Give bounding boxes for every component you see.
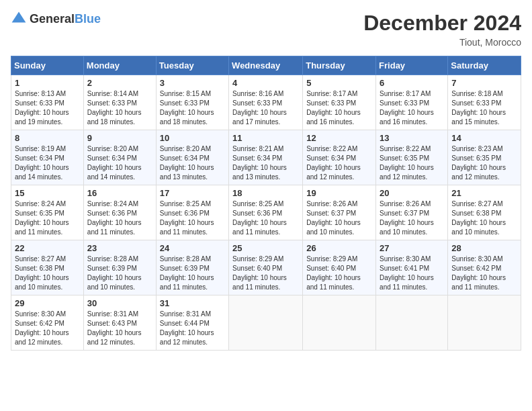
day-number: 17	[160, 188, 225, 198]
table-row: 8Sunrise: 8:19 AM Sunset: 6:34 PM Daylig…	[11, 130, 84, 185]
day-info: Sunrise: 8:26 AM Sunset: 6:37 PM Dayligh…	[306, 199, 372, 237]
table-row	[229, 295, 303, 351]
table-row: 29Sunrise: 8:30 AM Sunset: 6:42 PM Dayli…	[11, 295, 84, 351]
day-info: Sunrise: 8:19 AM Sunset: 6:34 PM Dayligh…	[15, 144, 80, 182]
calendar-body: 1Sunrise: 8:13 AM Sunset: 6:33 PM Daylig…	[11, 75, 521, 351]
table-row: 1Sunrise: 8:13 AM Sunset: 6:33 PM Daylig…	[11, 75, 84, 130]
day-info: Sunrise: 8:22 AM Sunset: 6:35 PM Dayligh…	[380, 144, 444, 182]
day-info: Sunrise: 8:30 AM Sunset: 6:41 PM Dayligh…	[380, 255, 444, 292]
day-number: 20	[380, 188, 444, 198]
day-info: Sunrise: 8:20 AM Sunset: 6:34 PM Dayligh…	[87, 144, 152, 182]
table-row: 13Sunrise: 8:22 AM Sunset: 6:35 PM Dayli…	[376, 130, 448, 185]
day-number: 25	[232, 243, 299, 253]
day-number: 26	[306, 243, 372, 253]
table-row: 27Sunrise: 8:30 AM Sunset: 6:41 PM Dayli…	[376, 240, 448, 295]
day-number: 27	[380, 243, 444, 253]
day-number: 31	[160, 298, 225, 308]
table-row: 11Sunrise: 8:21 AM Sunset: 6:34 PM Dayli…	[229, 130, 303, 185]
table-row: 6Sunrise: 8:17 AM Sunset: 6:33 PM Daylig…	[376, 75, 448, 130]
logo-general: General	[30, 12, 75, 26]
calendar-table: Sunday Monday Tuesday Wednesday Thursday…	[11, 56, 521, 351]
day-number: 16	[87, 188, 152, 198]
table-row: 14Sunrise: 8:23 AM Sunset: 6:35 PM Dayli…	[448, 130, 521, 185]
day-info: Sunrise: 8:14 AM Sunset: 6:33 PM Dayligh…	[87, 89, 152, 127]
table-row: 25Sunrise: 8:29 AM Sunset: 6:40 PM Dayli…	[229, 240, 303, 295]
table-row: 28Sunrise: 8:30 AM Sunset: 6:42 PM Dayli…	[448, 240, 521, 295]
day-number: 30	[87, 298, 152, 308]
table-row: 2Sunrise: 8:14 AM Sunset: 6:33 PM Daylig…	[83, 75, 156, 130]
day-number: 4	[232, 78, 299, 88]
day-number: 15	[15, 188, 80, 198]
day-info: Sunrise: 8:23 AM Sunset: 6:35 PM Dayligh…	[451, 144, 517, 182]
table-row: 10Sunrise: 8:20 AM Sunset: 6:34 PM Dayli…	[156, 130, 228, 185]
table-row: 31Sunrise: 8:31 AM Sunset: 6:44 PM Dayli…	[156, 295, 228, 351]
table-row	[448, 295, 521, 351]
day-info: Sunrise: 8:24 AM Sunset: 6:35 PM Dayligh…	[15, 199, 80, 237]
calendar-week-2: 8Sunrise: 8:19 AM Sunset: 6:34 PM Daylig…	[11, 130, 521, 185]
day-info: Sunrise: 8:30 AM Sunset: 6:42 PM Dayligh…	[451, 255, 517, 292]
svg-marker-0	[12, 12, 26, 23]
day-number: 1	[15, 78, 80, 88]
table-row: 12Sunrise: 8:22 AM Sunset: 6:34 PM Dayli…	[303, 130, 376, 185]
day-info: Sunrise: 8:20 AM Sunset: 6:34 PM Dayligh…	[160, 144, 225, 182]
day-number: 2	[87, 78, 152, 88]
day-info: Sunrise: 8:27 AM Sunset: 6:38 PM Dayligh…	[15, 255, 80, 292]
table-row: 18Sunrise: 8:25 AM Sunset: 6:36 PM Dayli…	[229, 185, 303, 240]
day-number: 23	[87, 243, 152, 253]
table-row: 9Sunrise: 8:20 AM Sunset: 6:34 PM Daylig…	[83, 130, 156, 185]
table-row: 20Sunrise: 8:26 AM Sunset: 6:37 PM Dayli…	[376, 185, 448, 240]
location: Tiout, Morocco	[363, 37, 521, 48]
day-info: Sunrise: 8:24 AM Sunset: 6:36 PM Dayligh…	[87, 199, 152, 237]
day-info: Sunrise: 8:13 AM Sunset: 6:33 PM Dayligh…	[15, 89, 80, 127]
day-number: 10	[160, 133, 225, 143]
table-row: 22Sunrise: 8:27 AM Sunset: 6:38 PM Dayli…	[11, 240, 84, 295]
col-friday: Friday	[376, 56, 448, 75]
month-title: December 2024	[363, 11, 521, 36]
logo-blue: Blue	[75, 12, 101, 26]
day-number: 28	[451, 243, 517, 253]
col-wednesday: Wednesday	[229, 56, 303, 75]
calendar-header-row: Sunday Monday Tuesday Wednesday Thursday…	[11, 56, 521, 75]
day-number: 12	[306, 133, 372, 143]
day-info: Sunrise: 8:29 AM Sunset: 6:40 PM Dayligh…	[306, 255, 372, 292]
day-number: 3	[160, 78, 225, 88]
day-info: Sunrise: 8:31 AM Sunset: 6:43 PM Dayligh…	[87, 310, 152, 347]
day-number: 22	[15, 243, 80, 253]
day-number: 19	[306, 188, 372, 198]
day-number: 13	[380, 133, 444, 143]
day-info: Sunrise: 8:30 AM Sunset: 6:42 PM Dayligh…	[15, 310, 80, 347]
day-info: Sunrise: 8:29 AM Sunset: 6:40 PM Dayligh…	[232, 255, 299, 292]
table-row: 19Sunrise: 8:26 AM Sunset: 6:37 PM Dayli…	[303, 185, 376, 240]
day-info: Sunrise: 8:26 AM Sunset: 6:37 PM Dayligh…	[380, 199, 444, 237]
day-number: 7	[451, 78, 517, 88]
day-number: 6	[380, 78, 444, 88]
calendar-week-3: 15Sunrise: 8:24 AM Sunset: 6:35 PM Dayli…	[11, 185, 521, 240]
table-row	[303, 295, 376, 351]
day-number: 18	[232, 188, 299, 198]
day-info: Sunrise: 8:21 AM Sunset: 6:34 PM Dayligh…	[232, 144, 299, 182]
title-section: December 2024 Tiout, Morocco	[363, 11, 521, 48]
day-number: 14	[451, 133, 517, 143]
day-number: 9	[87, 133, 152, 143]
col-thursday: Thursday	[303, 56, 376, 75]
logo: GeneralBlue	[11, 11, 101, 27]
day-info: Sunrise: 8:28 AM Sunset: 6:39 PM Dayligh…	[87, 255, 152, 292]
day-info: Sunrise: 8:16 AM Sunset: 6:33 PM Dayligh…	[232, 89, 299, 127]
table-row: 21Sunrise: 8:27 AM Sunset: 6:38 PM Dayli…	[448, 185, 521, 240]
table-row: 4Sunrise: 8:16 AM Sunset: 6:33 PM Daylig…	[229, 75, 303, 130]
table-row: 5Sunrise: 8:17 AM Sunset: 6:33 PM Daylig…	[303, 75, 376, 130]
calendar-week-1: 1Sunrise: 8:13 AM Sunset: 6:33 PM Daylig…	[11, 75, 521, 130]
day-number: 5	[306, 78, 372, 88]
logo-icon	[11, 11, 27, 27]
day-number: 21	[451, 188, 517, 198]
table-row: 17Sunrise: 8:25 AM Sunset: 6:36 PM Dayli…	[156, 185, 228, 240]
table-row: 7Sunrise: 8:18 AM Sunset: 6:33 PM Daylig…	[448, 75, 521, 130]
table-row: 30Sunrise: 8:31 AM Sunset: 6:43 PM Dayli…	[83, 295, 156, 351]
day-number: 11	[232, 133, 299, 143]
day-info: Sunrise: 8:17 AM Sunset: 6:33 PM Dayligh…	[306, 89, 372, 127]
col-sunday: Sunday	[11, 56, 84, 75]
day-number: 29	[15, 298, 80, 308]
day-info: Sunrise: 8:25 AM Sunset: 6:36 PM Dayligh…	[160, 199, 225, 237]
table-row: 26Sunrise: 8:29 AM Sunset: 6:40 PM Dayli…	[303, 240, 376, 295]
table-row	[376, 295, 448, 351]
